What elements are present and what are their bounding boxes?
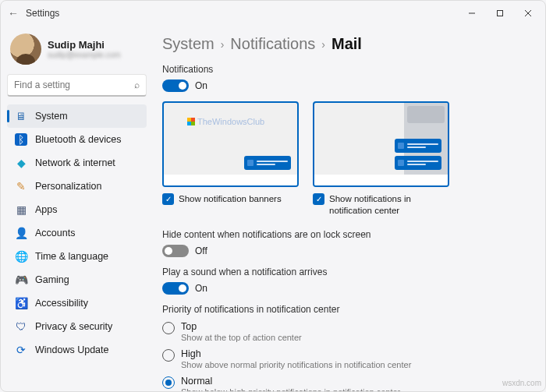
notifications-state: On <box>195 80 207 91</box>
sidebar-item-label: Privacy & security <box>35 321 112 332</box>
user-name: Sudip Majhi <box>48 39 121 51</box>
hide-content-label: Hide content when notifications are on l… <box>162 229 526 240</box>
sidebar-item-label: System <box>35 111 68 122</box>
priority-radiogroup: TopShow at the top of action centerHighS… <box>162 321 526 391</box>
i-acct-icon: 👤 <box>15 227 27 239</box>
i-priv-icon: 🛡 <box>15 320 27 333</box>
sidebar: Sudip Majhi sudip@example.com ⌕ 🖥Systemᛒ… <box>1 26 153 391</box>
close-button[interactable] <box>514 2 542 24</box>
sidebar-item-bluetooth-devices[interactable]: ᛒBluetooth & devices <box>7 128 147 151</box>
breadcrumb-notifications[interactable]: Notifications <box>230 35 315 53</box>
priority-option-label: High <box>181 348 411 359</box>
page-watermark: wsxdn.com <box>502 379 541 387</box>
show-banners-checkbox[interactable]: ✓ <box>162 193 174 205</box>
sidebar-item-accounts[interactable]: 👤Accounts <box>7 221 147 245</box>
breadcrumb-system[interactable]: System <box>162 35 214 53</box>
hide-content-state: Off <box>195 245 207 256</box>
back-button[interactable]: ← <box>4 7 23 19</box>
profile-block[interactable]: Sudip Majhi sudip@example.com <box>7 29 147 72</box>
i-net-icon: ◆ <box>15 157 27 169</box>
i-wu-icon: ⟳ <box>15 344 27 356</box>
breadcrumb: System › Notifications › Mail <box>162 35 526 53</box>
priority-option-label: Normal <box>181 376 400 387</box>
search-input[interactable] <box>14 79 134 90</box>
breadcrumb-current: Mail <box>332 35 362 53</box>
sidebar-item-label: Windows Update <box>35 344 109 355</box>
sidebar-item-label: Network & internet <box>35 157 115 168</box>
center-preview[interactable] <box>313 101 449 187</box>
sidebar-item-windows-update[interactable]: ⟳Windows Update <box>7 338 147 362</box>
avatar <box>10 34 41 65</box>
sidebar-item-system[interactable]: 🖥System <box>7 104 147 128</box>
svg-rect-1 <box>498 11 503 16</box>
priority-option-desc: Show below high priority notifications i… <box>181 387 400 391</box>
titlebar: ← Settings <box>1 1 545 26</box>
window-title: Settings <box>26 8 59 19</box>
notifications-label: Notifications <box>162 64 526 75</box>
sound-label: Play a sound when a notification arrives <box>162 267 526 277</box>
sidebar-item-personalization[interactable]: ✎Personalization <box>7 175 147 198</box>
priority-option-desc: Show at the top of action center <box>181 333 302 342</box>
sidebar-item-label: Personalization <box>35 181 101 192</box>
notifications-toggle[interactable] <box>162 79 189 92</box>
show-banners-label: Show notification banners <box>179 193 282 205</box>
radio-icon[interactable] <box>162 376 175 389</box>
sidebar-item-label: Time & language <box>35 251 108 262</box>
sidebar-item-label: Accessibility <box>35 298 88 309</box>
sound-toggle[interactable] <box>162 282 189 295</box>
sidebar-item-network-internet[interactable]: ◆Network & internet <box>7 151 147 175</box>
sidebar-item-apps[interactable]: ▦Apps <box>7 198 147 221</box>
radio-icon[interactable] <box>162 349 175 362</box>
search-box[interactable]: ⌕ <box>7 74 147 97</box>
maximize-button[interactable] <box>486 2 514 24</box>
sidebar-item-label: Gaming <box>35 274 69 285</box>
search-icon: ⌕ <box>134 79 140 90</box>
i-pers-icon: ✎ <box>15 180 27 192</box>
radio-icon[interactable] <box>162 322 175 334</box>
priority-option-desc: Show above normal priority notifications… <box>181 360 411 369</box>
priority-option-high[interactable]: HighShow above normal priority notificat… <box>162 348 526 369</box>
user-email: sudip@example.com <box>48 51 121 59</box>
i-time-icon: 🌐 <box>15 250 27 263</box>
sound-state: On <box>195 283 207 294</box>
priority-option-top[interactable]: TopShow at the top of action center <box>162 321 526 342</box>
banner-preview[interactable]: TheWindowsClub <box>162 101 299 187</box>
priority-option-normal[interactable]: NormalShow below high priority notificat… <box>162 376 526 391</box>
i-bt-icon: ᛒ <box>15 133 27 146</box>
sidebar-item-time-language[interactable]: 🌐Time & language <box>7 245 147 268</box>
i-game-icon: 🎮 <box>15 274 27 286</box>
sidebar-item-privacy-security[interactable]: 🛡Privacy & security <box>7 315 147 338</box>
i-apps-icon: ▦ <box>15 203 27 216</box>
notification-previews: TheWindowsClub ✓ Show notification banne… <box>162 101 526 217</box>
sidebar-item-gaming[interactable]: 🎮Gaming <box>7 268 147 291</box>
priority-option-label: Top <box>181 321 302 332</box>
minimize-button[interactable] <box>458 2 486 24</box>
sidebar-item-label: Bluetooth & devices <box>35 134 122 145</box>
show-center-label: Show notifications in notification cente… <box>329 193 449 217</box>
i-system-icon: 🖥 <box>15 110 27 122</box>
sidebar-item-label: Apps <box>35 204 58 215</box>
sidebar-item-label: Accounts <box>35 228 75 238</box>
chevron-right-icon: › <box>321 38 325 51</box>
show-center-checkbox[interactable]: ✓ <box>313 193 324 205</box>
sidebar-item-accessibility[interactable]: ♿Accessibility <box>7 291 147 315</box>
main-content: System › Notifications › Mail Notificati… <box>153 26 545 391</box>
priority-label: Priority of notifications in notificatio… <box>162 304 526 315</box>
watermark-text: TheWindowsClub <box>187 117 264 126</box>
hide-content-toggle[interactable] <box>162 245 189 257</box>
i-acc-icon: ♿ <box>15 297 27 309</box>
chevron-right-icon: › <box>221 38 225 51</box>
